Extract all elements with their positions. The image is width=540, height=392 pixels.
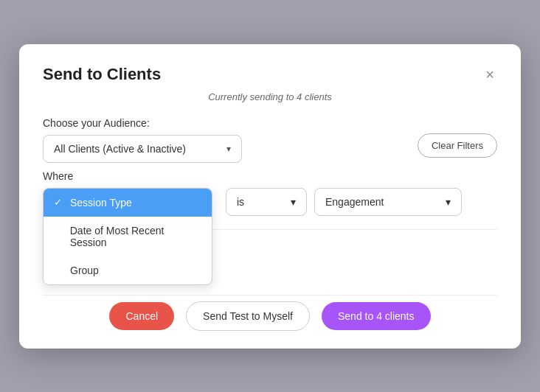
where-label: Where	[43, 170, 497, 182]
dropdown-item-label: Date of Most Recent Session	[70, 225, 201, 248]
chevron-down-icon: ▾	[291, 196, 296, 208]
is-select[interactable]: is ▾	[226, 188, 307, 216]
dropdown-item-session-type[interactable]: ✓ Session Type	[44, 189, 212, 217]
modal-title: Send to Clients	[43, 65, 161, 84]
check-icon: ✓	[54, 197, 66, 208]
audience-label: Choose your Audience:	[43, 117, 418, 129]
where-section: Where ✓ Session Type Date of Most Recent…	[43, 170, 497, 216]
send-test-button[interactable]: Send Test to Myself	[186, 301, 310, 331]
cancel-button[interactable]: Cancel	[109, 302, 174, 330]
clear-filters-button[interactable]: Clear Filters	[418, 133, 497, 158]
send-to-clients-button[interactable]: Send to 4 clients	[322, 302, 431, 330]
engagement-select[interactable]: Engagement ▾	[314, 188, 462, 216]
dropdown-item-date[interactable]: Date of Most Recent Session	[44, 217, 212, 256]
audience-select[interactable]: All Clients (Active & Inactive) ▾	[43, 135, 242, 163]
audience-row: Choose your Audience: All Clients (Activ…	[43, 117, 497, 163]
modal-header: Send to Clients ×	[43, 65, 497, 84]
filter-row: ✓ Session Type Date of Most Recent Sessi…	[43, 188, 497, 216]
dropdown-item-group[interactable]: Group	[44, 256, 212, 284]
chevron-down-icon: ▾	[226, 144, 231, 154]
filter-dropdown-menu: ✓ Session Type Date of Most Recent Sessi…	[43, 188, 212, 285]
chevron-down-icon: ▾	[446, 196, 451, 208]
is-select-wrapper: is ▾	[226, 188, 307, 216]
audience-left: Choose your Audience: All Clients (Activ…	[43, 117, 418, 163]
engagement-value: Engagement	[325, 196, 384, 208]
audience-value: All Clients (Active & Inactive)	[54, 143, 186, 155]
is-value: is	[237, 196, 244, 208]
close-button[interactable]: ×	[482, 67, 497, 82]
subtitle: Currently sending to 4 clients	[43, 91, 497, 102]
dropdown-item-label: Session Type	[70, 197, 132, 209]
dropdown-item-label: Group	[70, 265, 99, 276]
modal-footer: Cancel Send Test to Myself Send to 4 cli…	[43, 295, 497, 331]
send-to-clients-modal: Send to Clients × Currently sending to 4…	[19, 44, 521, 349]
